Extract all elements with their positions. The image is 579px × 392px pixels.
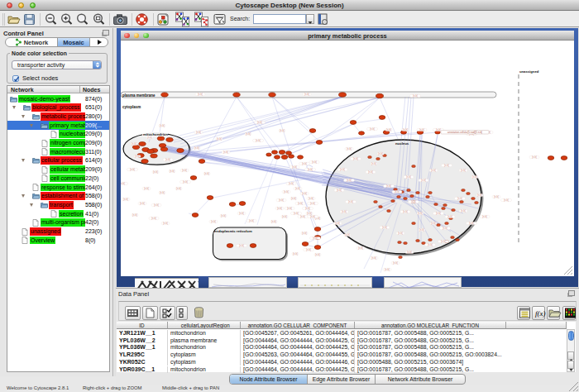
svg-text:f(x): f(x) [535,309,546,318]
svg-text:[n.b]: [n.b] [395,190,400,194]
svg-text:[n.b]: [n.b] [302,192,307,195]
svg-text:[n.b]: [n.b] [291,197,296,200]
svg-text:[n.b]: [n.b] [239,212,244,215]
svg-text:[n.b]: [n.b] [406,175,411,179]
svg-text:[n.b]: [n.b] [151,217,156,220]
svg-text:[n.b]: [n.b] [419,128,424,131]
svg-text:[n.b]: [n.b] [221,214,226,218]
svg-text:[n.b]: [n.b] [335,222,340,225]
svg-text:[n.b]: [n.b] [461,169,466,172]
svg-text:[n.b]: [n.b] [411,200,416,203]
svg-text:[n.b]: [n.b] [421,179,426,182]
svg-text:[n.b]: [n.b] [163,222,168,225]
svg-text:[n.b]: [n.b] [121,182,125,185]
svg-text:[n.b]: [n.b] [353,157,358,160]
svg-text:[n.b]: [n.b] [308,168,313,171]
svg-text:[n.b]: [n.b] [340,168,345,171]
svg-text:[n.b]: [n.b] [280,129,285,132]
svg-text:[n.b]: [n.b] [431,222,436,225]
svg-text:[n.b]: [n.b] [154,203,159,207]
svg-text:[n.b]: [n.b] [504,198,509,202]
svg-text:[n.b]: [n.b] [165,158,170,161]
svg-text:[n.b]: [n.b] [436,128,441,131]
svg-text:[n.b]: [n.b] [204,172,209,175]
svg-text:[n.b]: [n.b] [289,182,294,185]
svg-text:[n.b]: [n.b] [310,202,315,205]
svg-text:[n.b]: [n.b] [310,215,315,218]
svg-text:[n.b]: [n.b] [386,184,391,188]
svg-text:[n.b]: [n.b] [407,251,412,254]
svg-text:[n.b]: [n.b] [300,215,305,218]
svg-text:annotation.cellular[5 nod][5 n: annotation.cellular[5 nod][5 n.b] [447,131,482,134]
svg-text:[n.b]: [n.b] [403,210,408,213]
svg-text:nucleus: nucleus [395,141,409,146]
svg-text:[n.b]: [n.b] [198,93,203,96]
svg-text:[n.b]: [n.b] [403,128,408,131]
svg-text:cytoplasm: cytoplasm [122,105,141,109]
svg-text:[n.b]: [n.b] [441,240,446,243]
svg-text:[n.b]: [n.b] [306,248,311,251]
svg-text:[n.b]: [n.b] [153,170,158,174]
svg-text:[n.b]: [n.b] [309,197,313,200]
svg-text:[n.b]: [n.b] [135,155,140,158]
svg-text:[n.b]: [n.b] [532,155,537,159]
svg-text:[n.b]: [n.b] [305,207,310,210]
svg-text:[n.b]: [n.b] [370,127,375,131]
svg-text:[n.b]: [n.b] [217,137,222,141]
svg-text:[n.b]: [n.b] [447,215,452,218]
svg-text:[n.b]: [n.b] [223,151,228,154]
svg-text:[n.b]: [n.b] [196,131,201,134]
svg-text:[n.b]: [n.b] [284,190,289,194]
svg-text:[n.b]: [n.b] [293,252,298,256]
svg-text:[n.b]: [n.b] [342,210,347,213]
svg-text:[n.b]: [n.b] [304,93,309,96]
svg-text:[n.b]: [n.b] [347,179,352,182]
svg-text:[n.b]: [n.b] [170,170,175,173]
svg-text:[n.b]: [n.b] [345,233,350,237]
svg-text:[n.b]: [n.b] [431,169,436,172]
svg-text:[n.b]: [n.b] [298,202,303,205]
svg-text:[n.b]: [n.b] [457,197,462,200]
svg-text:[n.b]: [n.b] [347,147,352,151]
svg-text:[n.b]: [n.b] [418,212,423,215]
svg-text:[n.b]: [n.b] [279,198,284,202]
svg-text:[n.b]: [n.b] [313,237,318,240]
svg-text:[n.b]: [n.b] [239,244,244,247]
svg-text:[n.b]: [n.b] [194,146,199,150]
svg-text:[n.b]: [n.b] [444,164,449,167]
svg-text:[n.b]: [n.b] [287,207,292,210]
svg-text:[n.b]: [n.b] [144,187,149,190]
svg-text:[n.b]: [n.b] [183,180,188,184]
svg-text:[n.b]: [n.b] [176,187,181,190]
svg-text:[n.b]: [n.b] [371,162,376,165]
svg-text:[n.b]: [n.b] [312,160,317,164]
svg-text:plasma membrane: plasma membrane [122,93,156,98]
svg-text:[n.b]: [n.b] [393,261,398,265]
svg-text:[n.b]: [n.b] [472,175,477,179]
svg-text:[n.b]: [n.b] [419,228,424,232]
svg-text:[n.b]: [n.b] [277,207,282,210]
svg-text:[n.b]: [n.b] [469,222,474,225]
svg-text:[n.b]: [n.b] [132,213,137,217]
svg-text:[n.b]: [n.b] [358,246,363,250]
svg-text:[n.b]: [n.b] [140,202,145,205]
svg-text:[n.b]: [n.b] [385,268,390,271]
svg-text:[n.b]: [n.b] [307,212,312,215]
svg-text:[n.b]: [n.b] [436,212,441,215]
svg-text:[n.b]: [n.b] [337,189,342,192]
svg-text:[n.b]: [n.b] [477,194,482,197]
svg-text:[n.b]: [n.b] [160,124,165,127]
svg-text:[n.b]: [n.b] [315,253,320,256]
svg-text:[n.b]: [n.b] [371,256,376,260]
svg-text:[n.b]: [n.b] [294,212,299,215]
svg-text:[n.b]: [n.b] [302,232,307,235]
svg-text:[n.b]: [n.b] [494,195,499,198]
svg-text:[n.b]: [n.b] [282,215,287,218]
svg-text:mitochondrion: mitochondrion [143,132,168,136]
svg-text:[n.b]: [n.b] [368,170,373,174]
svg-text:[n.b]: [n.b] [182,169,187,172]
svg-text:[n.b]: [n.b] [246,132,251,136]
svg-text:[n.b]: [n.b] [292,165,297,169]
svg-text:[n.b]: [n.b] [130,168,135,171]
svg-text:[n.b]: [n.b] [386,128,391,131]
